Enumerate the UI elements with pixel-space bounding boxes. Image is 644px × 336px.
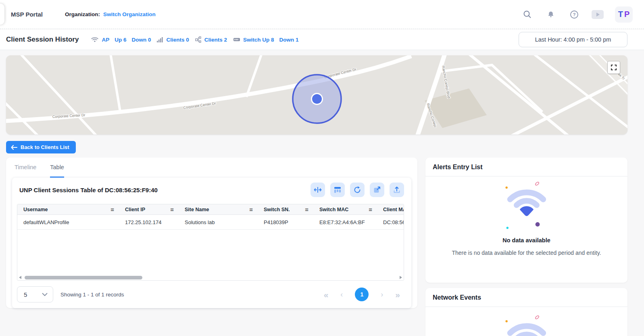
search-icon[interactable] bbox=[521, 8, 534, 21]
fit-columns-button[interactable] bbox=[311, 183, 325, 197]
wired-topology-icon bbox=[195, 36, 202, 43]
pagination: « ‹ 1 › » bbox=[324, 288, 400, 301]
table-toolbar bbox=[311, 183, 404, 197]
manage-columns-button[interactable] bbox=[330, 183, 345, 197]
back-arrow-icon bbox=[11, 145, 17, 150]
sessions-table-title: UNP Client Sessions Table of DC:08:56:25… bbox=[19, 187, 158, 193]
no-data-message: There is no data available for the selec… bbox=[452, 250, 601, 256]
alerts-panel-title: Alerts Entry List bbox=[425, 158, 627, 176]
cell-switch-sn: P418039P bbox=[258, 215, 313, 229]
refresh-button[interactable] bbox=[350, 183, 365, 197]
stat-switch-up[interactable]: Switch Up 8 bbox=[243, 37, 274, 43]
topbar-actions: ? T P bbox=[521, 6, 633, 23]
play-icon bbox=[596, 13, 600, 17]
organization-link[interactable]: Switch Organization bbox=[103, 11, 156, 17]
stat-wireless-clients[interactable]: Clients 0 bbox=[166, 37, 189, 43]
top-bar: MSP Portal Organization: Switch Organiza… bbox=[0, 0, 644, 29]
export-icon bbox=[393, 186, 401, 194]
network-status-summary: AP Up 6 Down 0 Clients 0 Clients 2 Switc… bbox=[91, 36, 298, 43]
sub-header: Client Session History AP Up 6 Down 0 Cl… bbox=[0, 29, 644, 50]
column-menu-icon[interactable]: ≡ bbox=[249, 206, 253, 213]
switch-icon bbox=[233, 37, 240, 42]
next-page-icon[interactable]: › bbox=[381, 291, 383, 298]
tab-table[interactable]: Table bbox=[50, 164, 64, 178]
tour-video-icon[interactable] bbox=[592, 8, 604, 21]
network-events-empty-state bbox=[425, 307, 627, 336]
column-menu-icon[interactable]: ≡ bbox=[170, 206, 174, 213]
alerts-entry-list-panel: Alerts Entry List No data available Ther… bbox=[425, 158, 627, 283]
column-menu-icon[interactable]: ≡ bbox=[369, 206, 372, 213]
notifications-bell-icon[interactable] bbox=[545, 8, 557, 21]
stat-ap-down[interactable]: Down 0 bbox=[131, 37, 151, 43]
page-size-value: 5 bbox=[24, 291, 27, 298]
nav-drawer-edge[interactable] bbox=[0, 4, 4, 25]
help-icon[interactable]: ? bbox=[568, 8, 580, 21]
fullscreen-icon bbox=[610, 64, 617, 71]
site-map[interactable]: Corporate Center Dr Corporate Center Dr … bbox=[6, 55, 627, 134]
no-data-wifi-illustration bbox=[500, 313, 553, 336]
export-button[interactable] bbox=[390, 183, 404, 197]
table-row[interactable]: defaultWLANProfile 172.25.102.174 Soluti… bbox=[17, 215, 404, 230]
map-fullscreen-button[interactable] bbox=[607, 61, 620, 74]
cell-client-mac: DC:08:56:25:F9: bbox=[377, 215, 404, 229]
cell-switch-mac: E8:E7:32:A4:6A:BF bbox=[313, 215, 377, 229]
organization-label: Organization: bbox=[65, 11, 100, 17]
network-events-title: Network Events bbox=[425, 288, 627, 307]
scrollbar-thumb[interactable] bbox=[25, 276, 142, 279]
cell-client-ip: 172.25.102.174 bbox=[119, 215, 179, 229]
col-client-ip[interactable]: Client IP bbox=[125, 207, 145, 212]
refresh-icon bbox=[353, 186, 361, 194]
open-external-button[interactable] bbox=[370, 183, 384, 197]
tab-timeline[interactable]: Timeline bbox=[15, 164, 36, 178]
cell-site-name: Solutions lab bbox=[179, 215, 258, 229]
columns-icon bbox=[333, 186, 342, 194]
sessions-card-header: UNP Client Sessions Table of DC:08:56:25… bbox=[12, 178, 411, 202]
table-footer: 5 Showing 1 - 1 of 1 records « ‹ 1 › » bbox=[12, 281, 411, 302]
stat-wired-clients[interactable]: Clients 2 bbox=[204, 37, 227, 43]
scroll-left-arrow-icon[interactable] bbox=[19, 276, 21, 279]
col-switch-mac[interactable]: Switch MAC bbox=[319, 207, 348, 212]
stat-ap-label[interactable]: AP bbox=[102, 37, 109, 43]
back-button-label: Back to Clients List bbox=[21, 144, 69, 150]
organization-selector: Organization: Switch Organization bbox=[65, 11, 156, 17]
sessions-panel: Timeline Table UNP Client Sessions Table… bbox=[6, 158, 417, 308]
current-page-button[interactable]: 1 bbox=[355, 288, 369, 301]
time-range-selector[interactable]: Last Hour: 4:00 pm - 5:00 pm bbox=[519, 32, 627, 47]
col-client-mac[interactable]: Client MAC bbox=[383, 207, 404, 212]
cell-username: defaultWLANProfile bbox=[17, 215, 119, 229]
column-menu-icon[interactable]: ≡ bbox=[305, 206, 308, 213]
view-tabs: Timeline Table bbox=[6, 158, 417, 178]
col-username[interactable]: Username bbox=[23, 207, 48, 212]
back-to-clients-button[interactable]: Back to Clients List bbox=[6, 141, 76, 153]
user-avatar[interactable]: T P bbox=[615, 6, 633, 23]
col-switch-sn[interactable]: Switch SN. bbox=[264, 207, 290, 212]
records-summary: Showing 1 - 1 of 1 records bbox=[60, 292, 124, 298]
stat-ap-up[interactable]: Up 6 bbox=[115, 37, 126, 43]
signal-bars-icon bbox=[157, 37, 163, 42]
map-canvas: Corporate Center Dr Corporate Center Dr … bbox=[6, 55, 627, 134]
wifi-icon bbox=[91, 36, 99, 43]
open-external-icon bbox=[373, 186, 381, 194]
alerts-empty-state: No data available There is no data avail… bbox=[425, 176, 627, 256]
scroll-right-arrow-icon[interactable] bbox=[400, 276, 402, 279]
previous-page-icon[interactable]: ‹ bbox=[340, 291, 343, 298]
no-data-wifi-illustration bbox=[500, 180, 553, 232]
col-site-name[interactable]: Site Name bbox=[185, 207, 209, 212]
no-data-title: No data available bbox=[502, 237, 550, 244]
unp-sessions-card: UNP Client Sessions Table of DC:08:56:25… bbox=[12, 178, 411, 308]
avatar-initial-2: P bbox=[624, 10, 629, 19]
stat-switch-down[interactable]: Down 1 bbox=[279, 37, 299, 43]
page-title: Client Session History bbox=[6, 36, 79, 44]
fit-columns-icon bbox=[314, 186, 322, 194]
first-page-icon[interactable]: « bbox=[324, 290, 329, 299]
horizontal-scrollbar[interactable] bbox=[17, 275, 404, 280]
sessions-table: Username≡ Client IP≡ Site Name≡ Switch S… bbox=[17, 204, 404, 281]
page-root: MSP Portal Organization: Switch Organiza… bbox=[0, 0, 644, 336]
network-events-panel: Network Events bbox=[425, 288, 627, 336]
column-menu-icon[interactable]: ≡ bbox=[110, 206, 114, 213]
brand-title: MSP Portal bbox=[11, 11, 43, 18]
page-size-select[interactable]: 5 bbox=[17, 286, 53, 302]
help-glyph: ? bbox=[573, 12, 576, 17]
site-location-marker[interactable] bbox=[293, 75, 341, 123]
last-page-icon[interactable]: » bbox=[395, 290, 400, 299]
